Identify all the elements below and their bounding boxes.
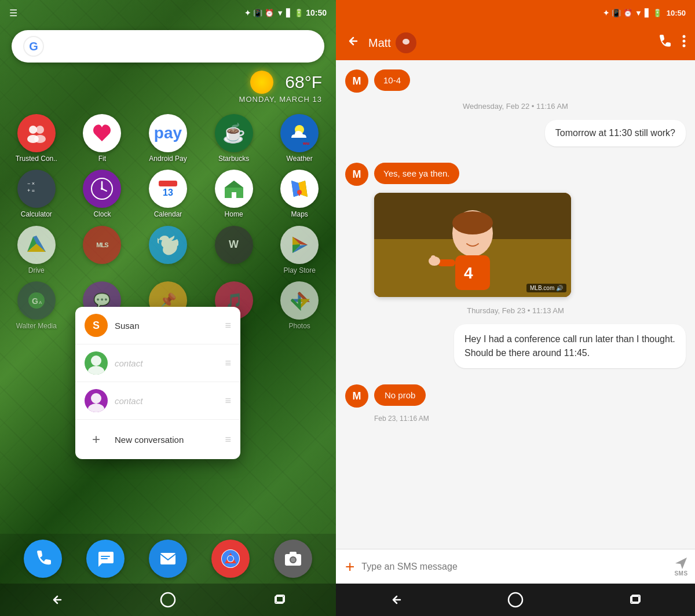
photos-icon bbox=[280, 281, 319, 320]
weather-icon bbox=[250, 71, 273, 94]
msg-row-long: Hey I had a conference call run later th… bbox=[345, 324, 686, 377]
drag-handle-2[interactable]: ≡ bbox=[225, 357, 231, 369]
nav-back-btn[interactable] bbox=[45, 588, 68, 611]
google-search-bar[interactable]: G bbox=[12, 30, 324, 63]
msg-gif-image: 4 MLB.com 🔊 bbox=[374, 193, 571, 297]
svg-text:wu: wu bbox=[302, 141, 309, 146]
more-options-button[interactable] bbox=[678, 30, 690, 56]
app-starbucks[interactable]: ☕ Starbucks bbox=[203, 114, 265, 163]
contact-name: Matt bbox=[368, 36, 391, 50]
drive-icon bbox=[17, 226, 56, 264]
drag-handle-3[interactable]: ≡ bbox=[225, 395, 231, 407]
dock-messages[interactable] bbox=[86, 540, 125, 578]
svg-rect-45 bbox=[438, 259, 455, 266]
app-android-pay[interactable]: pay Android Pay bbox=[137, 114, 199, 163]
app-maps[interactable]: Maps bbox=[269, 170, 330, 218]
app-drive[interactable]: Drive bbox=[6, 226, 67, 274]
contact-item-2[interactable]: contact ≡ bbox=[75, 344, 240, 382]
clock-icon bbox=[83, 170, 121, 208]
wifi-icon-right: ▼ bbox=[635, 9, 642, 17]
sms-input[interactable] bbox=[361, 562, 670, 572]
date-divider-feb22: Wednesday, Feb 22 • 11:16 AM bbox=[345, 102, 686, 111]
nav-home-btn-right[interactable] bbox=[504, 588, 527, 611]
app-news[interactable]: W bbox=[203, 226, 265, 274]
msg-bubble-yes: Yes, see ya then. bbox=[374, 163, 459, 184]
app-calculator[interactable]: − × + = Calculator bbox=[6, 170, 67, 218]
contact-item-3[interactable]: contact ≡ bbox=[75, 382, 240, 420]
svg-text:4: 4 bbox=[464, 264, 473, 282]
msg-bubble-noprob: No prob bbox=[374, 384, 426, 406]
svg-point-27 bbox=[228, 556, 233, 562]
maps-label: Maps bbox=[291, 210, 308, 218]
home-icon bbox=[215, 170, 253, 208]
wifi-icon: ▼ bbox=[276, 9, 284, 17]
contact-item-susan[interactable]: S Susan ≡ bbox=[75, 307, 240, 344]
msg-row-noprob: M No prob bbox=[345, 384, 686, 408]
svg-point-0 bbox=[29, 126, 37, 134]
photos-label: Photos bbox=[289, 322, 310, 330]
svg-point-20 bbox=[88, 366, 104, 375]
contact-avatar-susan: S bbox=[85, 314, 108, 337]
app-trusted-contacts[interactable]: Trusted Con.. bbox=[6, 114, 67, 163]
app-weather[interactable]: wu Weather bbox=[269, 114, 330, 163]
nav-recents-btn-right[interactable] bbox=[624, 588, 647, 611]
app-calendar[interactable]: 13 Calendar bbox=[137, 170, 199, 218]
dock-inbox[interactable] bbox=[149, 540, 187, 578]
chat-area[interactable]: M 10-4 Wednesday, Feb 22 • 11:16 AM Tomo… bbox=[336, 60, 695, 549]
svg-point-32 bbox=[161, 593, 175, 607]
vibrate-icon: 📳 bbox=[253, 9, 262, 17]
msg-row-yes: M Yes, see ya then. bbox=[345, 163, 686, 186]
app-grid-row1: Trusted Con.. Fit pay Android Pay ☕ Star… bbox=[0, 108, 336, 168]
bottom-nav-left bbox=[0, 584, 336, 616]
temperature: 68°F bbox=[285, 72, 322, 92]
android-pay-label: Android Pay bbox=[149, 155, 186, 163]
app-social[interactable] bbox=[137, 226, 199, 274]
dock-camera[interactable] bbox=[274, 540, 312, 578]
date-divider-feb23: Thursday, Feb 23 • 11:13 AM bbox=[345, 306, 686, 315]
mlb-badge: MLB.com 🔊 bbox=[526, 284, 566, 292]
battery-icon-right: 🔋 bbox=[653, 9, 662, 17]
sender-avatar-yes: M bbox=[345, 163, 368, 186]
svg-point-15 bbox=[297, 190, 302, 195]
social-icon bbox=[149, 226, 187, 264]
trusted-contacts-label: Trusted Con.. bbox=[16, 155, 57, 163]
contact-name-3: contact bbox=[115, 396, 218, 406]
nav-home-btn[interactable] bbox=[156, 588, 180, 611]
weather-app-icon: wu bbox=[280, 114, 319, 152]
home-label: Home bbox=[225, 210, 243, 218]
app-sports[interactable]: MLS bbox=[72, 226, 133, 274]
nav-recents-btn[interactable] bbox=[268, 588, 291, 611]
app-clock[interactable]: Clock bbox=[72, 170, 133, 218]
msg-toolbar: Matt bbox=[336, 25, 695, 60]
weather-app-label: Weather bbox=[287, 155, 313, 163]
app-fit[interactable]: Fit bbox=[72, 114, 133, 163]
phone-call-button[interactable] bbox=[652, 30, 675, 56]
nav-back-btn-right[interactable] bbox=[384, 588, 407, 611]
sender-avatar-noprob: M bbox=[345, 384, 368, 408]
new-conversation-item[interactable]: + New conversation ≡ bbox=[75, 420, 240, 459]
app-play-store[interactable]: Play Store bbox=[269, 226, 330, 274]
svg-point-1 bbox=[36, 126, 44, 134]
new-conversation-label: New conversation bbox=[115, 435, 184, 445]
app-walter-media[interactable]: G A Walter Media bbox=[6, 281, 67, 330]
dock-phone[interactable] bbox=[24, 540, 62, 578]
msg-bubble-tomorrow: Tomorrow at 11:30 still work? bbox=[545, 120, 686, 146]
msg-input-area: + SMS bbox=[336, 549, 695, 584]
add-attachment-button[interactable]: + bbox=[343, 555, 357, 578]
drag-handle-new: ≡ bbox=[225, 434, 231, 446]
app-photos[interactable]: Photos bbox=[269, 281, 330, 330]
walter-media-icon: G A bbox=[17, 281, 56, 320]
dock-chrome[interactable] bbox=[211, 540, 250, 578]
send-button[interactable]: SMS bbox=[674, 556, 688, 577]
left-panel: ☰ ✦ 📳 ⏰ ▼ ▋ 🔋 10:50 G 68°F MONDAY, MARCH… bbox=[0, 0, 336, 616]
svg-rect-31 bbox=[290, 552, 297, 555]
status-bar-left: ☰ ✦ 📳 ⏰ ▼ ▋ 🔋 10:50 bbox=[0, 0, 336, 25]
sender-avatar-m: M bbox=[345, 69, 368, 93]
svg-point-37 bbox=[683, 40, 686, 43]
svg-point-3 bbox=[34, 135, 46, 143]
back-button[interactable] bbox=[341, 30, 364, 56]
drag-handle-susan[interactable]: ≡ bbox=[225, 320, 231, 332]
msg-row-10-4: M 10-4 bbox=[345, 69, 686, 93]
app-home[interactable]: Home bbox=[203, 170, 265, 218]
signal-icon: ▋ bbox=[286, 9, 292, 17]
